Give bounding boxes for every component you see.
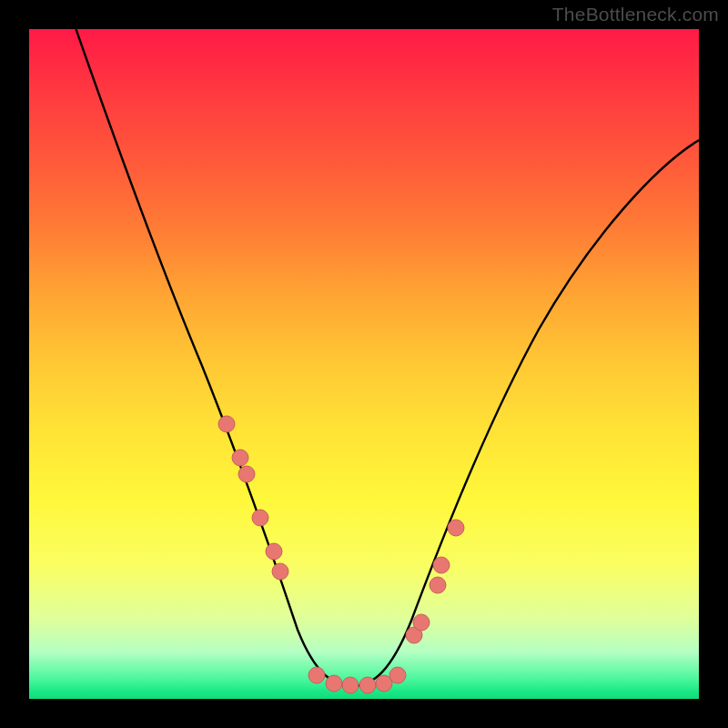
curve-marker [342,677,359,693]
chart-frame: TheBottleneck.com [0,0,728,728]
curve-marker [232,450,248,466]
curve-marker [308,667,325,683]
curve-marker [252,510,268,526]
watermark-text: TheBottleneck.com [552,4,719,25]
chart-svg [29,29,699,699]
curve-marker [326,675,342,692]
curve-marker [389,667,406,683]
curve-marker [218,416,235,432]
curve-marker [430,577,446,593]
curve-marker [266,543,282,560]
curve-marker [433,557,450,573]
curve-marker [359,677,376,693]
curve-marker [448,520,464,536]
curve-marker [272,563,288,580]
chart-plot-area [29,29,699,699]
curve-marker [238,466,255,482]
marker-group [218,416,464,693]
curve-marker [413,614,430,631]
bottleneck-curve-path [76,29,700,686]
